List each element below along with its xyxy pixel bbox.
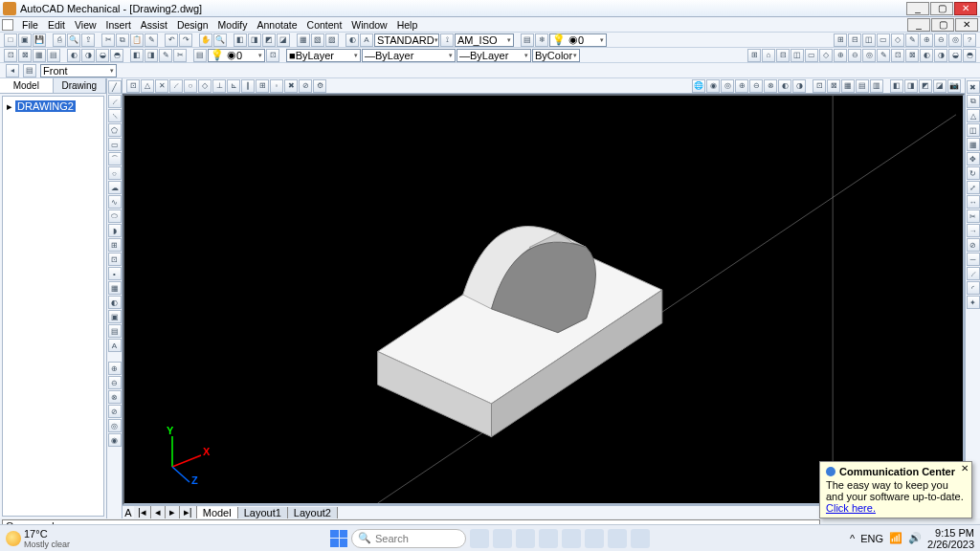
rtool4-button[interactable]: ▭ xyxy=(877,33,890,47)
v17-button[interactable]: ◪ xyxy=(933,79,947,93)
tab-model[interactable]: Model xyxy=(197,507,238,518)
m1-tool[interactable]: ⊕ xyxy=(108,362,122,375)
taskbar-app-1[interactable] xyxy=(470,529,489,548)
taskbar-app-2[interactable] xyxy=(493,529,512,548)
hatch-tool[interactable]: ▦ xyxy=(108,281,122,295)
q4-button[interactable]: ◫ xyxy=(791,49,804,62)
rtool7-button[interactable]: ⊕ xyxy=(920,33,933,47)
region-tool[interactable]: ▣ xyxy=(108,310,122,323)
tray-overflow[interactable]: ^ xyxy=(850,533,855,544)
taskbar-app-4[interactable] xyxy=(539,529,558,548)
q1-button[interactable]: ⊞ xyxy=(747,49,761,62)
menu-help[interactable]: Help xyxy=(392,18,423,32)
p3-button[interactable]: ▦ xyxy=(33,49,46,62)
snap-ins[interactable]: ⊞ xyxy=(256,79,269,93)
tree-tab-model[interactable]: Model xyxy=(0,78,54,93)
rtool3-button[interactable]: ◫ xyxy=(862,33,876,47)
q8-button[interactable]: ⊖ xyxy=(848,49,861,62)
menu-insert[interactable]: Insert xyxy=(101,18,136,32)
paste-button[interactable]: 📋 xyxy=(130,33,144,47)
p11-button[interactable]: ✎ xyxy=(159,49,172,62)
dim-style-icon[interactable]: ⟟ xyxy=(440,33,454,47)
plotstyle-select[interactable]: ByColor▾ xyxy=(532,49,580,62)
snap-mid[interactable]: △ xyxy=(141,79,154,93)
spline-tool[interactable]: ∿ xyxy=(108,195,122,209)
v18-button[interactable]: 📷 xyxy=(947,79,961,93)
q14-button[interactable]: ◑ xyxy=(934,49,947,62)
join-tool[interactable]: ─ xyxy=(967,253,980,266)
v1-button[interactable]: 🌐 xyxy=(692,79,705,93)
rtool2-button[interactable]: ⊟ xyxy=(848,33,861,47)
layer-states-button[interactable]: ▤ xyxy=(193,49,207,62)
snap-end[interactable]: ⊡ xyxy=(126,79,140,93)
view-select[interactable]: Front▾ xyxy=(40,64,117,77)
polygon-tool[interactable]: ⬠ xyxy=(108,123,122,137)
p10-button[interactable]: ◨ xyxy=(145,49,158,62)
ellipse-tool[interactable]: ⬭ xyxy=(108,209,122,223)
tab-layout2[interactable]: Layout2 xyxy=(288,507,338,518)
tree-item-drawing[interactable]: DRAWING2 xyxy=(15,100,76,112)
rtool8-button[interactable]: ⊖ xyxy=(934,33,947,47)
array-tool[interactable]: ▦ xyxy=(967,138,980,151)
open-button[interactable]: ▣ xyxy=(18,33,32,47)
ellipsearc-tool[interactable]: ◗ xyxy=(108,224,122,237)
q10-button[interactable]: ✎ xyxy=(877,49,890,62)
tray-time[interactable]: 9:15 PM xyxy=(927,527,974,539)
layer-select-2[interactable]: 💡 ◉ 0▾ xyxy=(208,49,265,62)
q2-button[interactable]: ⌂ xyxy=(762,49,775,62)
chamfer-tool[interactable]: ⟋ xyxy=(967,267,980,280)
tray-volume-icon[interactable]: 🔊 xyxy=(908,532,922,544)
p5-button[interactable]: ◐ xyxy=(67,49,80,62)
new-button[interactable]: □ xyxy=(4,33,17,47)
snap-set[interactable]: ⚙ xyxy=(313,79,326,93)
print-button[interactable]: ⎙ xyxy=(53,33,66,47)
text-style-icon[interactable]: A xyxy=(360,33,373,47)
mdi-close-button[interactable]: ✕ xyxy=(955,18,978,32)
tool2-button[interactable]: ◨ xyxy=(248,33,261,47)
q5-button[interactable]: ▭ xyxy=(805,49,818,62)
tab-layout1[interactable]: Layout1 xyxy=(238,507,288,518)
snap-cen[interactable]: ○ xyxy=(184,79,197,93)
snap-tan[interactable]: ⊥ xyxy=(212,79,226,93)
q6-button[interactable]: ◇ xyxy=(819,49,833,62)
tray-lang[interactable]: ENG xyxy=(860,533,883,544)
snap-nod[interactable]: ◦ xyxy=(270,79,283,93)
m4-tool[interactable]: ⊘ xyxy=(108,405,122,418)
mtext-tool[interactable]: A xyxy=(108,339,122,352)
start-button[interactable] xyxy=(330,530,347,547)
taskbar-app-8[interactable] xyxy=(631,529,650,548)
snap-par[interactable]: ∥ xyxy=(241,79,255,93)
m2-tool[interactable]: ⊖ xyxy=(108,376,122,389)
layer-select[interactable]: 💡 ◉ 0▾ xyxy=(549,33,607,47)
pline-tool[interactable]: ⟍ xyxy=(108,109,122,122)
v15-button[interactable]: ◨ xyxy=(904,79,918,93)
snap-per[interactable]: ⊾ xyxy=(227,79,240,93)
rtool5-button[interactable]: ◇ xyxy=(891,33,904,47)
tray-wifi-icon[interactable]: 📶 xyxy=(889,532,902,544)
mdi-minimize-button[interactable]: _ xyxy=(907,18,930,32)
match-button[interactable]: ✎ xyxy=(145,33,158,47)
offset-tool[interactable]: ◫ xyxy=(967,123,980,137)
preview-button[interactable]: 🔍 xyxy=(67,33,80,47)
v12-button[interactable]: ▤ xyxy=(856,79,869,93)
m6-tool[interactable]: ◉ xyxy=(108,433,122,447)
line-tool[interactable]: ╱ xyxy=(108,80,122,94)
v6-button[interactable]: ⊗ xyxy=(764,79,777,93)
minimize-button[interactable]: _ xyxy=(906,2,929,15)
p2-button[interactable]: ⊠ xyxy=(18,49,32,62)
move-tool[interactable]: ✥ xyxy=(967,152,980,165)
tool6-button[interactable]: ▧ xyxy=(311,33,324,47)
v2-button[interactable]: ◉ xyxy=(706,79,720,93)
m5-tool[interactable]: ◎ xyxy=(108,419,122,432)
taskbar-app-7[interactable] xyxy=(608,529,627,548)
p6-button[interactable]: ◑ xyxy=(81,49,95,62)
break-tool[interactable]: ⊘ xyxy=(967,238,980,252)
q12-button[interactable]: ⊠ xyxy=(905,49,919,62)
layer-prop-button[interactable]: ▤ xyxy=(521,33,534,47)
circle-tool[interactable]: ○ xyxy=(108,166,122,180)
q7-button[interactable]: ⊕ xyxy=(834,49,847,62)
copy-tool[interactable]: ⧉ xyxy=(967,95,980,108)
menu-content[interactable]: Content xyxy=(302,18,347,32)
taskbar-app-3[interactable] xyxy=(516,529,535,548)
mirror-tool[interactable]: △ xyxy=(967,109,980,122)
